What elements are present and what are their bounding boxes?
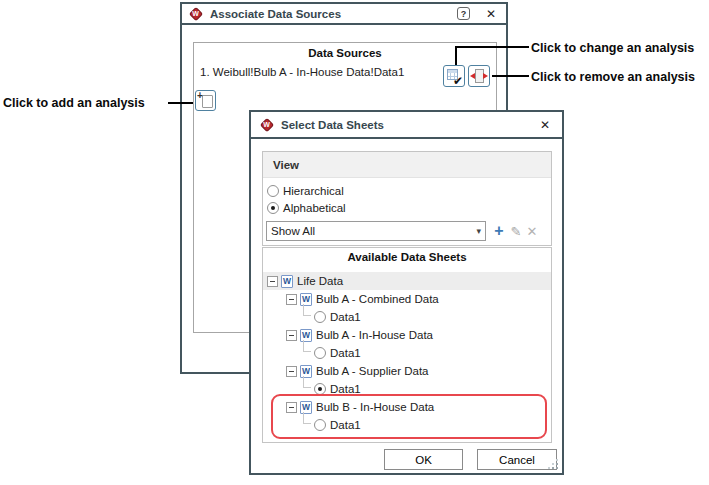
checkmark-icon: ✔ (453, 75, 463, 87)
radio-selected-icon[interactable] (314, 383, 326, 395)
filter-value: Show All (271, 225, 315, 237)
view-option-hierarchical[interactable]: Hierarchical (263, 182, 551, 199)
weibull-app-icon: W (188, 6, 203, 21)
callout-change-line (455, 46, 529, 48)
dialog-title: Select Data Sheets (281, 119, 384, 131)
change-analysis-button[interactable]: ✔ (443, 65, 465, 87)
close-icon[interactable]: ✕ (540, 118, 550, 132)
collapse-icon[interactable] (267, 276, 278, 287)
available-sheets-panel: Available Data Sheets W Life Data W Bulb… (262, 247, 552, 443)
tree-row-data1[interactable]: Data1 (263, 344, 551, 362)
view-header: View (263, 152, 551, 178)
available-sheets-header: Available Data Sheets (263, 251, 551, 263)
radio-selected-icon[interactable] (267, 202, 279, 214)
data-source-row[interactable]: 1. Weibull!Bulb A - In-House Data!Data1 (200, 66, 404, 78)
callout-add-label: Click to add an analysis (3, 96, 145, 110)
screenshot-stage: W Associate Data Sources ? ✕ Data Source… (0, 0, 709, 485)
clear-filter-icon[interactable]: ✕ (524, 221, 540, 241)
radio-icon[interactable] (267, 185, 279, 197)
tree-connector (303, 340, 311, 352)
data-sources-header: Data Sources (194, 47, 496, 59)
select-data-sheets-dialog: W Select Data Sheets ✕ View Hierarchical… (249, 110, 564, 475)
collapse-icon[interactable] (286, 330, 297, 341)
tree-connector (303, 412, 311, 424)
radio-icon[interactable] (314, 311, 326, 323)
tree-connector (303, 376, 311, 388)
tree-row-data1-selected[interactable]: Data1 (263, 380, 551, 398)
associate-titlebar[interactable]: W Associate Data Sources ? ✕ (182, 4, 506, 25)
view-option-alphabetical[interactable]: Alphabetical (263, 199, 551, 216)
radio-icon[interactable] (314, 419, 326, 431)
tree-row-data1[interactable]: Data1 (263, 308, 551, 326)
chevron-down-icon[interactable]: ▾ (476, 226, 481, 236)
callout-change-label: Click to change an analysis (531, 41, 694, 55)
new-page-icon (202, 95, 213, 108)
view-panel: View Hierarchical Alphabetical Show All … (262, 151, 552, 246)
tree-row-life-data[interactable]: W Life Data (263, 272, 551, 290)
callout-remove-label: Click to remove an analysis (531, 70, 695, 84)
select-titlebar[interactable]: W Select Data Sheets ✕ (251, 112, 562, 139)
ok-button[interactable]: OK (384, 449, 463, 470)
close-icon[interactable]: ✕ (486, 7, 496, 21)
callout-change-line-drop (455, 46, 457, 65)
radio-icon[interactable] (314, 347, 326, 359)
tree-connector (303, 304, 311, 316)
tree-row-data1[interactable]: Data1 (263, 416, 551, 434)
collapse-icon[interactable] (286, 294, 297, 305)
resize-grip[interactable] (548, 459, 559, 470)
red-arrow-left-icon (470, 73, 475, 79)
collapse-icon[interactable] (286, 402, 297, 413)
remove-analysis-button[interactable] (468, 65, 490, 87)
worksheet-icon: W (281, 275, 293, 288)
show-filter-dropdown[interactable]: Show All ▾ (266, 221, 486, 241)
red-arrow-right-icon (483, 73, 488, 79)
collapse-icon[interactable] (286, 366, 297, 377)
plus-icon: + (197, 91, 203, 101)
edit-filter-icon[interactable]: ✎ (508, 221, 524, 241)
dialog-title: Associate Data Sources (210, 8, 341, 20)
data-sheets-tree: W Life Data W Bulb A - Combined Data Dat… (263, 272, 551, 434)
add-analysis-button[interactable]: + (195, 90, 216, 111)
cancel-button[interactable]: Cancel (477, 449, 557, 470)
callout-remove-line (492, 75, 529, 77)
callout-add-line (168, 102, 193, 104)
add-filter-icon[interactable]: + (491, 221, 507, 241)
help-icon[interactable]: ? (457, 7, 470, 20)
weibull-app-icon: W (259, 117, 274, 132)
